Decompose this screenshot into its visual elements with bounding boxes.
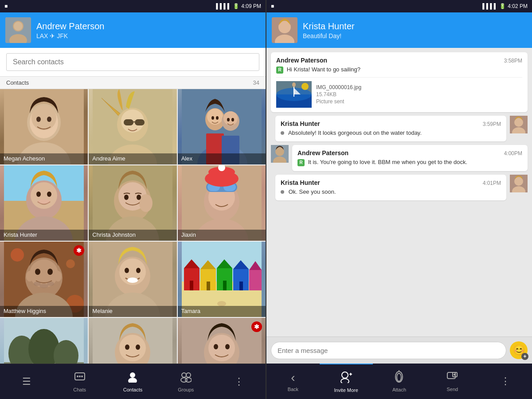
svg-point-9 xyxy=(36,117,41,122)
message-4-wrap: Krista Hunter 4:01PM Ok. See you soon. xyxy=(275,175,528,200)
svg-point-38 xyxy=(36,192,41,197)
message-2-text: Absolutely! It looks gorgeous out on the… xyxy=(281,129,501,137)
contact-name-alex: Alex xyxy=(178,153,266,164)
left-panel: ■ ▌▌▌▌ 🔋 4:09 PM Andrew Paterson LAX ✈ J… xyxy=(0,0,266,399)
message-2-wrap: Krista Hunter 3:59PM Absolutely! It look… xyxy=(275,116,528,141)
dot-badge-2 xyxy=(281,131,284,135)
contacts-icon xyxy=(127,371,138,385)
header-status: LAX ✈ JFK xyxy=(36,32,260,39)
contact12-bbm-badge: ✱ xyxy=(251,321,262,332)
right-signal-icon: ▌▌▌▌ xyxy=(482,3,497,9)
image-attachment-1: IMG_00000016.jpg 15.74KB Picture sent xyxy=(276,77,522,108)
contact-bg-10 xyxy=(0,318,88,364)
rnav-send[interactable]: Send xyxy=(426,364,479,399)
svg-rect-93 xyxy=(223,281,227,290)
contacts-label: Contacts xyxy=(6,79,29,86)
svg-point-21 xyxy=(207,109,223,125)
search-input[interactable] xyxy=(13,58,253,66)
message-1-time: 3:58PM xyxy=(504,58,522,64)
rnav-back[interactable]: ‹ Back xyxy=(266,364,320,399)
contact-melanie[interactable]: Melanie xyxy=(89,242,176,317)
back-icon: ‹ xyxy=(291,371,295,385)
contacts-icon-svg xyxy=(127,371,138,383)
svg-point-10 xyxy=(47,117,51,122)
svg-point-68 xyxy=(47,269,53,275)
invite-icon xyxy=(340,371,352,386)
svg-point-39 xyxy=(47,192,51,197)
sailing-img xyxy=(276,81,312,108)
attach-icon xyxy=(394,370,404,385)
svg-point-120 xyxy=(77,376,78,377)
contact-andrea-aime[interactable]: Andrea Aime xyxy=(89,89,176,164)
contact-matthew-higgins[interactable]: ✱ Matthew Higgins xyxy=(0,242,88,317)
contact10-scene xyxy=(4,318,84,364)
nav-menu[interactable]: ☰ xyxy=(0,364,53,399)
plus-badge: + xyxy=(521,353,528,360)
nav-groups-label: Groups xyxy=(178,387,194,392)
contact-10[interactable] xyxy=(0,318,88,364)
rnav-attach-label: Attach xyxy=(392,387,406,392)
right-status-bar-left: ■ xyxy=(271,3,274,9)
contact-krista-hunter[interactable]: Krista Hunter xyxy=(0,165,88,241)
messages-area[interactable]: Andrew Paterson 3:58PM R Hi Krista! Want… xyxy=(266,48,532,336)
rnav-attach[interactable]: Attach xyxy=(373,364,426,399)
contact-alex[interactable]: Alex xyxy=(178,89,266,164)
svg-point-136 xyxy=(292,82,296,87)
svg-point-7 xyxy=(31,106,56,130)
contact-christa-johnston[interactable]: Christa Johnston xyxy=(89,165,176,241)
bbm-chats-icon-svg xyxy=(74,371,86,383)
img-thumb-1 xyxy=(276,81,312,108)
bbm-r-badge-3: R xyxy=(297,159,305,166)
contact-name-matthew: Matthew Higgins xyxy=(0,306,88,317)
andrew-bubble-avatar xyxy=(271,145,289,163)
message-1-header: Andrew Paterson 3:58PM xyxy=(276,57,522,64)
message-3-avatar xyxy=(271,145,289,163)
contact-12[interactable]: ✱ xyxy=(178,318,266,364)
svg-point-116 xyxy=(225,344,230,349)
right-panel: ■ ▌▌▌▌ 🔋 4:02 PM Krista Hunter Beautiful… xyxy=(266,0,532,399)
contact-bg-11 xyxy=(89,318,176,364)
rnav-send-label: Send xyxy=(446,387,458,392)
img-name-1: IMG_00000016.jpg xyxy=(316,84,361,90)
message-3-header: Andrew Paterson 4:00PM xyxy=(297,149,522,156)
nav-groups[interactable]: Groups xyxy=(159,364,212,399)
nav-chats[interactable]: Chats xyxy=(53,364,106,399)
chat-header-status: Beautiful Day! xyxy=(303,32,527,39)
search-input-wrap[interactable] xyxy=(6,53,259,71)
message-input[interactable] xyxy=(271,342,506,359)
contact-name-andrea: Andrea Aime xyxy=(89,153,176,164)
nav-contacts[interactable]: Contacts xyxy=(106,364,160,399)
message-4-time: 4:01PM xyxy=(483,180,501,186)
svg-point-66 xyxy=(39,284,48,288)
contact-11[interactable] xyxy=(89,318,176,364)
svg-rect-14 xyxy=(124,119,133,125)
svg-point-69 xyxy=(26,271,33,282)
svg-point-35 xyxy=(31,182,57,209)
svg-point-25 xyxy=(211,116,214,120)
header-info: Andrew Paterson LAX ✈ JFK xyxy=(36,21,260,39)
krista-bubble-avatar2 xyxy=(510,175,528,192)
contact-megan-acheson[interactable]: Megan Acheson xyxy=(0,89,88,164)
message-3-wrap: Andrew Paterson 4:00PM R It is. You're g… xyxy=(271,145,528,171)
svg-point-27 xyxy=(227,118,230,121)
message-4: Krista Hunter 4:01PM Ok. See you soon. xyxy=(275,175,506,200)
svg-point-149 xyxy=(341,379,349,383)
status-bar-right: ▌▌▌▌ 🔋 4:09 PM xyxy=(216,3,261,9)
krista-bubble-avatar xyxy=(510,116,528,133)
svg-point-58 xyxy=(11,248,24,262)
svg-point-77 xyxy=(136,268,141,273)
rnav-more[interactable]: ⋮ xyxy=(479,364,532,399)
battery-icon: 🔋 xyxy=(233,3,239,9)
contact-tamara[interactable]: Tamara xyxy=(178,242,266,317)
message-3-time: 4:00PM xyxy=(504,150,522,156)
right-status-bar-right: ▌▌▌▌ 🔋 4:02 PM xyxy=(482,3,528,9)
svg-point-45 xyxy=(124,195,129,200)
emoji-button[interactable]: 😊 + xyxy=(510,341,528,359)
nav-more[interactable]: ⋮ xyxy=(212,364,266,399)
left-header: Andrew Paterson LAX ✈ JFK xyxy=(0,12,266,48)
svg-point-26 xyxy=(216,116,219,120)
rnav-invite[interactable]: Invite More xyxy=(320,364,373,399)
contact-jiaxin[interactable]: Jiaxin xyxy=(178,165,266,241)
bbm-status-icon: ■ xyxy=(4,3,8,9)
svg-point-70 xyxy=(55,271,62,282)
